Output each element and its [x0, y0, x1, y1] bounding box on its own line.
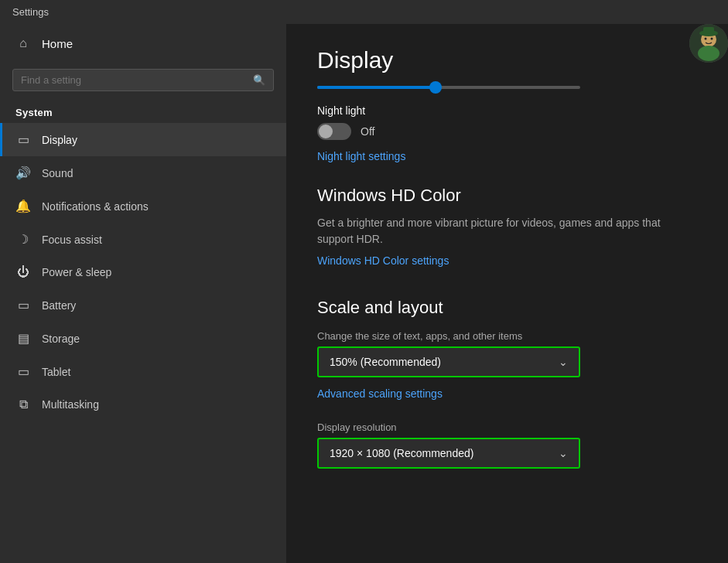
- sidebar-item-storage[interactable]: ▤ Storage: [0, 322, 286, 355]
- sidebar-item-label: Focus assist: [42, 234, 102, 246]
- focus-icon: ☽: [15, 232, 31, 247]
- night-light-toggle[interactable]: [317, 123, 351, 140]
- toggle-knob: [319, 125, 333, 138]
- home-icon: ⌂: [15, 36, 31, 50]
- storage-icon: ▤: [15, 331, 31, 346]
- brightness-fill: [317, 86, 436, 89]
- hd-color-title: Windows HD Color: [317, 186, 697, 206]
- sidebar-item-multitasking[interactable]: ⧉ Multitasking: [0, 388, 286, 421]
- scale-layout-title: Scale and layout: [317, 298, 697, 318]
- sidebar-home[interactable]: ⌂ Home: [0, 24, 286, 63]
- hd-color-settings-link[interactable]: Windows HD Color settings: [317, 254, 449, 267]
- search-box[interactable]: 🔍: [12, 69, 274, 91]
- night-light-label: Night light: [317, 104, 697, 117]
- resolution-selected: 1920 × 1080 (Recommended): [330, 447, 473, 459]
- power-icon: ⏻: [15, 265, 31, 279]
- page-title: Display: [317, 47, 697, 73]
- resolution-label: Display resolution: [317, 421, 697, 433]
- sidebar-item-label: Multitasking: [42, 398, 99, 411]
- brightness-thumb[interactable]: [429, 81, 442, 94]
- resolution-dropdown[interactable]: 1920 × 1080 (Recommended) ⌄: [317, 438, 580, 469]
- sidebar-item-notifications[interactable]: 🔔 Notifications & actions: [0, 189, 286, 223]
- sidebar-item-battery[interactable]: ▭ Battery: [0, 288, 286, 322]
- section-label: System: [0, 101, 286, 123]
- avatar-area: [689, 24, 728, 63]
- battery-icon: ▭: [15, 298, 31, 312]
- night-light-settings-link[interactable]: Night light settings: [317, 150, 405, 162]
- sound-icon: 🔊: [15, 165, 31, 180]
- sidebar: ⌂ Home 🔍 System ▭ Display 🔊 Sound 🔔 Noti…: [0, 24, 286, 563]
- sidebar-item-label: Sound: [42, 167, 73, 179]
- night-light-toggle-row: Off: [317, 123, 697, 140]
- sidebar-item-label: Display: [42, 134, 77, 146]
- avatar-image: [689, 24, 728, 63]
- scale-selected: 150% (Recommended): [330, 356, 441, 368]
- sidebar-item-tablet[interactable]: ▭ Tablet: [0, 355, 286, 388]
- app-title: Settings: [12, 6, 49, 18]
- scale-dropdown-arrow: ⌄: [559, 356, 568, 368]
- avatar: [689, 24, 728, 63]
- sidebar-item-label: Tablet: [42, 366, 70, 378]
- title-bar: Settings: [0, 0, 728, 24]
- sidebar-item-display[interactable]: ▭ Display: [0, 123, 286, 156]
- home-label: Home: [42, 37, 73, 50]
- display-icon: ▭: [15, 132, 31, 147]
- search-icon: 🔍: [253, 74, 265, 86]
- notifications-icon: 🔔: [15, 199, 31, 213]
- advanced-scaling-link[interactable]: Advanced scaling settings: [317, 387, 443, 400]
- sidebar-item-label: Power & sleep: [42, 266, 111, 278]
- resolution-dropdown-arrow: ⌄: [559, 447, 568, 459]
- search-input[interactable]: [21, 74, 247, 86]
- svg-point-6: [711, 38, 713, 40]
- hd-color-desc: Get a brighter and more vibrant picture …: [317, 215, 697, 247]
- svg-rect-4: [703, 27, 714, 34]
- sidebar-item-label: Notifications & actions: [42, 200, 149, 213]
- brightness-section: [317, 86, 697, 89]
- night-light-state: Off: [361, 125, 374, 138]
- svg-point-2: [698, 46, 719, 61]
- multitasking-icon: ⧉: [15, 398, 31, 411]
- sidebar-item-sound[interactable]: 🔊 Sound: [0, 156, 286, 189]
- svg-point-5: [705, 38, 707, 40]
- scale-dropdown[interactable]: 150% (Recommended) ⌄: [317, 346, 580, 377]
- sidebar-item-power[interactable]: ⏻ Power & sleep: [0, 256, 286, 288]
- main-content: Display Night light Off Night light sett…: [286, 24, 728, 563]
- scale-change-label: Change the size of text, apps, and other…: [317, 330, 697, 342]
- sidebar-item-focus[interactable]: ☽ Focus assist: [0, 223, 286, 256]
- tablet-icon: ▭: [15, 364, 31, 379]
- sidebar-item-label: Storage: [42, 333, 80, 345]
- sidebar-item-label: Battery: [42, 299, 76, 312]
- brightness-track[interactable]: [317, 86, 580, 89]
